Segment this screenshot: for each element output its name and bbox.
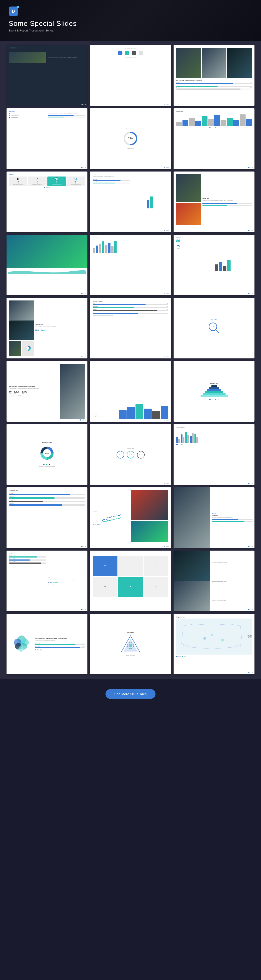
slide-19-legend: A B C [43, 464, 51, 465]
slide-7-brand: BUSINESS [9, 174, 85, 175]
slide-9-right: Section Title Lorem ipsum dolor sit amet… [202, 174, 252, 229]
slide-4[interactable]: BUSINESS Feature description here Anothe… [6, 108, 87, 169]
slide-14[interactable]: Progress Overview Design 70% Development… [90, 298, 171, 358]
slide-5-title: Statistics Overview [126, 128, 135, 130]
slide-12[interactable]: BUSINESS 80 Percentage Complete 75 Progr… [174, 235, 255, 295]
slide-8[interactable]: Overview Lorem ipsum dolor sit amet, con… [90, 172, 171, 232]
slide-27-layout: Lorem ipsum dolor sit amet consectetur. … [174, 550, 255, 611]
slide-3-images [176, 48, 252, 78]
slide-6[interactable]: Analytics Data Series A [174, 108, 255, 169]
slide-19[interactable]: Distribution Chart 65% A B C [6, 424, 87, 485]
slide-13[interactable]: Layout Section Lorem ipsum dolor sit ame… [6, 298, 87, 358]
slide-14-title: Progress Overview [93, 301, 168, 302]
slide-23[interactable]: Trend Data 2023 2022 [90, 487, 171, 548]
slide-29[interactable]: Triangle Chart Strategic Triangle Model [90, 614, 171, 674]
slide-16-stars: ★ ★ ★ ★ ★ Five Star [9, 395, 59, 397]
slide-25[interactable]: Data Overview Category A 75% Category B … [6, 550, 87, 611]
slide-1-dots [81, 104, 86, 105]
slides-container: BUSINESS SLIDE Event & Report Presentati… [0, 41, 261, 679]
slide-4-dots [81, 167, 86, 168]
slide-12-right [215, 237, 252, 293]
slide-4-item1: Feature description here [11, 113, 20, 115]
slide-15[interactable]: FEATURE ? Search & Discovery Feature [174, 298, 255, 358]
slide-8-right [131, 174, 168, 229]
slide-30-dots [248, 672, 253, 673]
slide-2[interactable]: Lorem ipsum dolor sit amet Presentation … [90, 45, 171, 106]
slide-11[interactable]: Analytics Chart [90, 235, 171, 295]
slide-30-legend: Region A Region B [176, 656, 252, 657]
slide-16[interactable]: The Technology To Business Inside - Mult… [6, 361, 87, 422]
slide-7-cards: ⊞ 45 95% $80 What is Solutions For New D… [9, 177, 85, 186]
slide-4-progress [48, 115, 85, 118]
slide-10-dots [81, 293, 86, 294]
slide-30-title: Geographic Data [176, 616, 252, 618]
slide-5[interactable]: Statistics Overview 75% Progress Complet… [90, 108, 171, 169]
slide-13-right: Layout Section Lorem ipsum dolor sit ame… [35, 301, 85, 356]
slide-20[interactable]: Process Flow Step 1 Step 2 Step 3 Three … [90, 424, 171, 485]
slide-29-title: Triangle Chart [127, 632, 134, 633]
slide-21-chart [176, 429, 252, 443]
see-more-button[interactable]: See More 50+ Slides [106, 689, 155, 699]
slide-1-image [9, 52, 46, 63]
logo-badge: B [9, 6, 18, 16]
cta-section: See More 50+ Slides [0, 679, 261, 709]
slide-12-left: BUSINESS 80 Percentage Complete 75 Progr… [176, 237, 213, 293]
slide-11-label: Analytics Chart [93, 237, 168, 239]
slide-13-dots [81, 356, 86, 357]
slide-15-text: Search & Discovery Feature [208, 337, 219, 337]
slide-21-label: Comparison Analytics [176, 427, 252, 428]
slide-28-right: The Technology To Business Inside - Mult… [35, 616, 85, 672]
slide-14-bars: Design 70% Development 55% Marketing 85%… [93, 303, 168, 314]
slide-28-brain [9, 616, 34, 672]
slide-19-text: Lorem ipsum dolor sit amet consectetur [39, 466, 54, 467]
slide-10-content: Lorem ipsum dolor sit amet consectetur a… [6, 268, 87, 278]
slide-4-text: Lorem ipsum dolor sit amet, consectetur … [48, 113, 85, 115]
slide-16-right [60, 364, 85, 419]
slide-6-chart [176, 113, 252, 126]
svg-text:?: ? [212, 325, 214, 328]
slide-22[interactable]: Comparison Data Category A Category B [6, 487, 87, 548]
slide-15-label: FEATURE [211, 319, 217, 320]
slide-30[interactable]: Geographic Data Region A Region B [174, 614, 255, 674]
slide-17[interactable]: Chart Data Lorem ipsum dolor sit amet co… [90, 361, 171, 422]
slide-18[interactable]: Pyramid Chart Level A Level B [174, 361, 255, 422]
slide-20-circles: Step 1 Step 2 Step 3 [117, 451, 145, 458]
slide-10-image [6, 235, 87, 268]
slide-9-left [176, 174, 201, 229]
slide-18-legend: Level A Level B [209, 399, 219, 400]
slide-23-dots [165, 546, 169, 547]
slide-28[interactable]: The Technology To Business Inside - Mult… [6, 614, 87, 674]
slide-25-dots [81, 609, 86, 610]
slide-21[interactable]: Comparison Analytics [174, 424, 255, 485]
slide-9-dots [248, 230, 253, 231]
slide-15-magnify: ? [208, 321, 221, 335]
slide-19-donut: 65% [38, 444, 56, 463]
slide-11-dots [165, 293, 169, 294]
svg-point-14 [129, 644, 132, 647]
slide-8-left: Overview Lorem ipsum dolor sit amet, con… [93, 174, 130, 229]
slide-17-dots [165, 420, 169, 420]
header-section: B Some Special Slides Event & Report Pre… [0, 0, 261, 41]
slide-1-text: Lorem ipsum dolor sit amet, consectetur … [48, 57, 85, 59]
slide-16-dots [78, 420, 86, 420]
slide-22-bars: Category A Category B Category C [9, 493, 85, 506]
slide-9[interactable]: Section Title Lorem ipsum dolor sit amet… [174, 172, 255, 232]
slide-25-right: Statistics Lorem ipsum dolor sit amet co… [48, 553, 85, 609]
slide-27[interactable]: Lorem ipsum dolor sit amet consectetur. … [174, 550, 255, 611]
slide-26[interactable]: Features ◈ Feature 1 ◇ Feature 2 ○ Featu… [90, 550, 171, 611]
slide-14-dots [165, 356, 169, 357]
slide-10[interactable]: Lorem ipsum dolor sit amet consectetur a… [6, 235, 87, 295]
slide-8-dots [165, 230, 169, 231]
slide-5-circle: 75% [123, 131, 138, 147]
svg-point-4 [27, 347, 29, 350]
slide-7-nav [9, 187, 85, 188]
svg-point-15 [203, 637, 206, 640]
slide-7[interactable]: BUSINESS ⊞ 45 95% $80 What is Solutions … [6, 172, 87, 232]
slide-1[interactable]: BUSINESS SLIDE Event & Report Presentati… [6, 45, 87, 106]
slide-24[interactable]: SECTION Info Section Lorem ipsum dolor s… [174, 487, 255, 548]
slide-3[interactable]: The Technology To Business Inside - Mult… [174, 45, 255, 106]
slide-18-pyramid [200, 385, 228, 397]
slide-30-map [176, 619, 252, 655]
slide-6-title: Analytics Data [176, 111, 252, 112]
slide-2-text: Presentation Series Template [93, 57, 168, 58]
